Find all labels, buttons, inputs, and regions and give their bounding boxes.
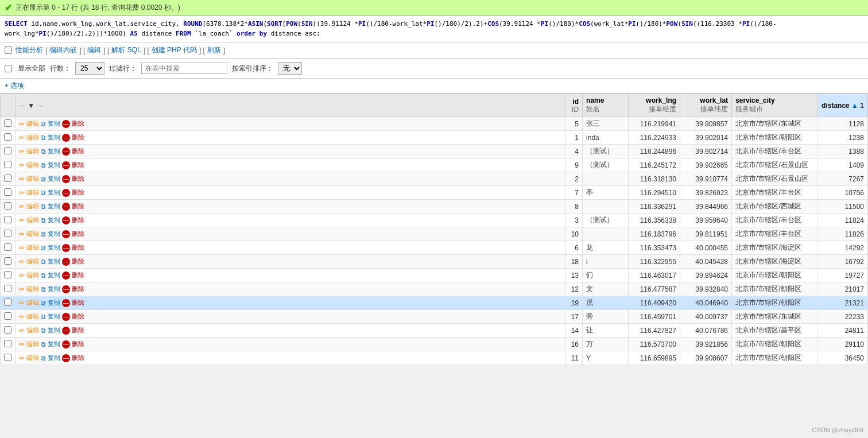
delete-button[interactable]: 删除 — [72, 326, 84, 335]
edit-button[interactable]: 编辑 — [26, 326, 39, 335]
copy-button[interactable]: 复制 — [48, 257, 60, 266]
th-work-lat[interactable]: work_lat 接单纬度 — [680, 94, 732, 117]
copy-button[interactable]: 复制 — [48, 326, 60, 335]
copy-button[interactable]: 复制 — [48, 340, 60, 348]
copy-button[interactable]: 复制 — [48, 161, 60, 169]
row-distance: 22233 — [818, 310, 868, 324]
sort-select[interactable]: 无 — [278, 62, 302, 75]
profiling-link[interactable]: 性能分析 — [16, 45, 43, 55]
edit-button[interactable]: 编辑 — [26, 340, 39, 348]
row-checkbox[interactable] — [4, 161, 11, 168]
copy-button[interactable]: 复制 — [48, 202, 60, 211]
delete-button[interactable]: 删除 — [72, 161, 84, 169]
row-checkbox[interactable] — [4, 133, 11, 141]
row-checkbox[interactable] — [4, 312, 11, 320]
options-link[interactable]: + 选项 — [5, 82, 24, 90]
create-php-link[interactable]: 创建 PHP 代码 — [152, 45, 197, 55]
edit-link[interactable]: 编辑 — [87, 45, 101, 55]
copy-button[interactable]: 复制 — [48, 312, 60, 321]
edit-button[interactable]: 编辑 — [26, 243, 39, 252]
copy-button[interactable]: 复制 — [48, 119, 60, 128]
copy-button[interactable]: 复制 — [48, 243, 60, 252]
edit-button[interactable]: 编辑 — [26, 147, 39, 156]
edit-button[interactable]: 编辑 — [26, 161, 39, 169]
edit-button[interactable]: 编辑 — [26, 175, 39, 183]
rows-select[interactable]: 25 50 100 — [75, 62, 104, 75]
copy-button[interactable]: 复制 — [48, 299, 60, 307]
row-checkbox[interactable] — [4, 326, 11, 334]
th-id[interactable]: id ID — [565, 94, 583, 117]
copy-button[interactable]: 复制 — [48, 271, 60, 280]
copy-button[interactable]: 复制 — [48, 175, 60, 183]
edit-button[interactable]: 编辑 — [26, 312, 39, 321]
delete-button[interactable]: 删除 — [72, 257, 84, 266]
copy-button[interactable]: 复制 — [48, 230, 60, 238]
delete-button[interactable]: 删除 — [72, 175, 84, 183]
copy-button[interactable]: 复制 — [48, 133, 60, 142]
row-checkbox[interactable] — [4, 188, 11, 196]
row-checkbox[interactable] — [4, 271, 11, 278]
delete-button[interactable]: 删除 — [72, 354, 84, 362]
arrow-right[interactable]: → — [37, 102, 44, 110]
row-checkbox[interactable] — [4, 202, 11, 210]
copy-button[interactable]: 复制 — [48, 147, 60, 156]
edit-button[interactable]: 编辑 — [26, 202, 39, 211]
row-checkbox[interactable] — [4, 354, 11, 361]
delete-button[interactable]: 删除 — [72, 340, 84, 348]
th-distance[interactable]: distance ▲ 1 — [818, 94, 868, 117]
arrow-left[interactable]: ← — [19, 102, 26, 110]
delete-button[interactable]: 删除 — [72, 119, 84, 128]
refresh-link[interactable]: 刷新 — [207, 45, 221, 55]
edit-button[interactable]: 编辑 — [26, 354, 39, 362]
edit-button[interactable]: 编辑 — [26, 188, 39, 197]
row-checkbox[interactable] — [4, 216, 11, 223]
parse-sql-link[interactable]: 解析 SQL — [111, 45, 141, 55]
copy-button[interactable]: 复制 — [48, 285, 60, 293]
edit-inline-link[interactable]: 编辑内嵌 — [49, 45, 77, 55]
edit-button[interactable]: 编辑 — [26, 299, 39, 307]
edit-button[interactable]: 编辑 — [26, 133, 39, 142]
edit-button[interactable]: 编辑 — [26, 216, 39, 224]
row-checkbox[interactable] — [4, 285, 11, 292]
row-checkbox[interactable] — [4, 257, 11, 265]
delete-button[interactable]: 删除 — [72, 299, 84, 307]
row-service-city: 北京市/市辖区/朝阳区 — [732, 351, 818, 365]
delete-button[interactable]: 删除 — [72, 312, 84, 321]
row-checkbox[interactable] — [4, 147, 11, 154]
row-checkbox[interactable] — [4, 230, 11, 237]
search-input[interactable] — [141, 63, 227, 74]
delete-button[interactable]: 删除 — [72, 188, 84, 197]
delete-button[interactable]: 删除 — [72, 271, 84, 280]
delete-button[interactable]: 删除 — [72, 147, 84, 156]
row-checkbox[interactable] — [4, 340, 11, 347]
copy-icon: ⧉ — [41, 175, 46, 183]
copy-button[interactable]: 复制 — [48, 188, 60, 197]
delete-button[interactable]: 删除 — [72, 216, 84, 224]
delete-button[interactable]: 删除 — [72, 243, 84, 252]
edit-button[interactable]: 编辑 — [26, 230, 39, 238]
row-checkbox[interactable] — [4, 119, 11, 127]
th-name[interactable]: name 姓名 — [583, 94, 629, 117]
edit-icon: ✏ — [19, 134, 25, 142]
row-checkbox[interactable] — [4, 243, 11, 251]
row-name: 龙 — [583, 241, 629, 255]
show-all-checkbox[interactable] — [5, 65, 12, 72]
th-work-lng[interactable]: work_lng 接单经度 — [629, 94, 680, 117]
row-checkbox[interactable] — [4, 299, 11, 306]
edit-button[interactable]: 编辑 — [26, 257, 39, 266]
profiling-checkbox[interactable] — [5, 46, 12, 54]
delete-button[interactable]: 删除 — [72, 133, 84, 142]
th-service-city[interactable]: service_city 服务城市 — [732, 94, 818, 117]
row-name: 旁 — [583, 310, 629, 324]
delete-button[interactable]: 删除 — [72, 202, 84, 211]
delete-button[interactable]: 删除 — [72, 230, 84, 238]
copy-button[interactable]: 复制 — [48, 216, 60, 224]
row-checkbox[interactable] — [4, 175, 11, 182]
row-name: （测试） — [583, 145, 629, 158]
delete-button[interactable]: 删除 — [72, 285, 84, 293]
sort-desc-icon[interactable]: ▼ — [28, 102, 34, 110]
edit-button[interactable]: 编辑 — [26, 285, 39, 293]
copy-button[interactable]: 复制 — [48, 354, 60, 362]
edit-button[interactable]: 编辑 — [26, 271, 39, 280]
edit-button[interactable]: 编辑 — [26, 119, 39, 128]
